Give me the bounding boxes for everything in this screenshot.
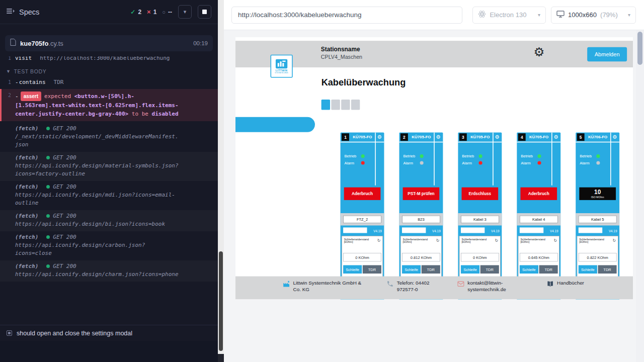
card-gear-icon[interactable]: ⚙ xyxy=(611,134,618,140)
test-stats: ✓2 ×1 ○-- xyxy=(130,8,172,16)
fetch-label: (fetch) xyxy=(15,263,38,269)
cable-name[interactable]: B23 xyxy=(402,216,440,223)
tdr-button[interactable]: TDR xyxy=(421,265,440,274)
rack-tab[interactable] xyxy=(341,100,350,110)
card-gear-icon[interactable]: ⚙ xyxy=(493,134,500,140)
footer-item[interactable]: kontakt@littwin-systemtechnik.de xyxy=(457,280,546,300)
card-gear-icon[interactable]: ⚙ xyxy=(434,134,441,140)
command-row-assert-failed[interactable]: 2 -assertexpected <button.w-[50%].h-[1.5… xyxy=(0,89,218,121)
tdr-button[interactable]: TDR xyxy=(539,265,557,274)
settings-gear-icon[interactable]: ⚙ xyxy=(533,46,544,58)
card-header: 4 KÜ705-FO ⚙ xyxy=(517,133,560,143)
page-scrollbar[interactable] xyxy=(636,30,644,362)
schleife-button[interactable]: Schleife xyxy=(519,265,538,274)
rack-tab[interactable] xyxy=(351,100,359,110)
phone-icon xyxy=(386,280,393,287)
betrieb-led xyxy=(420,154,423,158)
footer-item[interactable]: Telefon: 04402 972577-0 xyxy=(386,280,457,300)
circle-icon: ○ xyxy=(162,9,166,15)
card-gear-icon[interactable]: ⚙ xyxy=(375,134,382,140)
cable-name[interactable]: Kabel 3 xyxy=(460,216,499,223)
network-log-row[interactable]: (fetch)GET 200 https://api.iconify.desig… xyxy=(0,181,218,210)
page-scrollbar-thumb[interactable] xyxy=(637,32,642,65)
device-card: 5 KÜ706-FO ⚙ Betrieb Alarm 10 ISO MOhm K… xyxy=(576,133,619,300)
alarm-led xyxy=(596,161,600,164)
card-gear-icon[interactable]: ⚙ xyxy=(552,134,559,140)
schleife-button[interactable]: Schleife xyxy=(402,265,421,274)
network-log-row[interactable]: (fetch)GET 200 https://api.iconify.desig… xyxy=(0,231,218,260)
browser-panel: Electron 130 ▾ 1000x660 (79%) ▾ LITTWIN … xyxy=(224,0,644,362)
betrieb-led xyxy=(478,154,482,158)
spec-file-bar[interactable]: kue705fo.cy.ts 00:19 xyxy=(5,35,213,51)
rack-tab[interactable] xyxy=(321,100,330,110)
command-row-contains[interactable]: 1 -containsTDR xyxy=(0,77,218,87)
reporter-bottom-fill xyxy=(0,341,218,362)
sidebar-item[interactable] xyxy=(235,139,315,154)
card-model: KÜ705-FO xyxy=(349,135,375,139)
url-input[interactable] xyxy=(231,7,462,24)
cable-name[interactable]: Kabel 4 xyxy=(519,216,557,223)
viewport-select[interactable]: 1000x660 (79%) ▾ xyxy=(551,7,636,24)
tdr-button[interactable]: TDR xyxy=(598,265,616,274)
device-card: 1 KÜ705-FO ⚙ Betrieb Alarm Aderbruch FTZ… xyxy=(340,133,384,300)
schleife-button[interactable]: Schleife xyxy=(460,265,479,274)
refresh-icon[interactable]: ↻ xyxy=(377,239,380,243)
spec-name: kue705fo.cy.ts xyxy=(20,40,63,47)
card-number: 4 xyxy=(518,133,525,141)
request-url: https://api.iconify.design/bi.json?icons… xyxy=(15,220,181,228)
alarm-row: Alarm xyxy=(403,159,443,166)
card-model: KÜ705-FO xyxy=(466,135,493,139)
command-row-visit[interactable]: 1 visithttp://localhost:3000/kabelueberw… xyxy=(0,56,218,63)
book-icon xyxy=(546,280,553,287)
sidebar-item[interactable] xyxy=(235,161,315,176)
measurement-label: Schleifenwiderstand [kOhm] xyxy=(579,238,612,243)
card-number: 3 xyxy=(459,133,466,141)
refresh-icon[interactable]: ↻ xyxy=(436,239,439,243)
sidebar-item[interactable] xyxy=(235,95,315,110)
status-badge: 10 ISO MOhm xyxy=(579,188,616,200)
reporter-scrollbar-thumb[interactable] xyxy=(219,251,223,351)
network-log-row[interactable]: (fetch)GET 200 /_next/static/development… xyxy=(0,123,218,152)
electron-icon xyxy=(478,10,486,20)
tdr-button[interactable]: TDR xyxy=(480,265,499,274)
cable-strip: Kabel 3 xyxy=(458,213,502,225)
betrieb-row: Betrieb xyxy=(462,153,502,159)
refresh-icon[interactable]: ↻ xyxy=(612,239,616,243)
schleife-button[interactable]: Schleife xyxy=(343,265,362,274)
request-status: GET 200 xyxy=(53,125,76,132)
reporter-scrollbar[interactable] xyxy=(218,0,224,362)
collapse-button[interactable]: ▾ xyxy=(178,5,192,19)
status-dot xyxy=(46,235,50,239)
logo-mark-icon xyxy=(275,59,287,68)
betrieb-led xyxy=(361,154,364,158)
network-log-row[interactable]: (fetch)GET 200 https://api.iconify.desig… xyxy=(0,210,218,231)
cable-name[interactable]: FTZ_2 xyxy=(343,216,381,223)
specs-icon[interactable] xyxy=(7,8,15,17)
tdr-button[interactable]: TDR xyxy=(362,265,381,274)
next-test-row[interactable]: should open and close the settings modal xyxy=(0,325,218,341)
footer-text: Telefon: 04402 972577-0 xyxy=(396,280,447,293)
status-dot xyxy=(46,127,50,130)
cypress-reporter: Specs ✓2 ×1 ○-- ▾ kue705fo.cy.ts 00:19 1… xyxy=(0,0,218,362)
footer-item[interactable]: Handbücher xyxy=(546,280,584,300)
stop-button[interactable] xyxy=(198,5,211,19)
network-log-row[interactable]: (fetch)GET 200 https://api.iconify.desig… xyxy=(0,260,218,282)
footer-item[interactable]: Littwin Systemtechnik GmbH & Co. KG xyxy=(283,280,386,300)
test-body-section[interactable]: ▼ TEST BODY xyxy=(0,63,218,77)
specs-label[interactable]: Specs xyxy=(19,8,39,16)
sidebar-item[interactable] xyxy=(235,117,315,132)
schleife-button[interactable]: Schleife xyxy=(578,265,597,274)
status-dot xyxy=(46,156,50,159)
card-number: 5 xyxy=(577,133,584,141)
alarm-led xyxy=(420,161,423,164)
refresh-icon[interactable]: ↻ xyxy=(495,239,498,243)
measurement-value: 0 KOhm xyxy=(343,253,381,261)
network-log-row[interactable]: (fetch)GET 200 https://api.iconify.desig… xyxy=(0,152,218,181)
refresh-icon[interactable]: ↻ xyxy=(553,239,557,243)
rack-tab[interactable] xyxy=(331,100,340,110)
browser-select[interactable]: Electron 130 ▾ xyxy=(472,7,546,24)
logout-button[interactable]: Abmelden xyxy=(587,47,627,61)
alarm-led xyxy=(361,161,364,164)
cable-name[interactable]: Kabel 5 xyxy=(578,216,616,223)
blank-field xyxy=(578,227,602,233)
